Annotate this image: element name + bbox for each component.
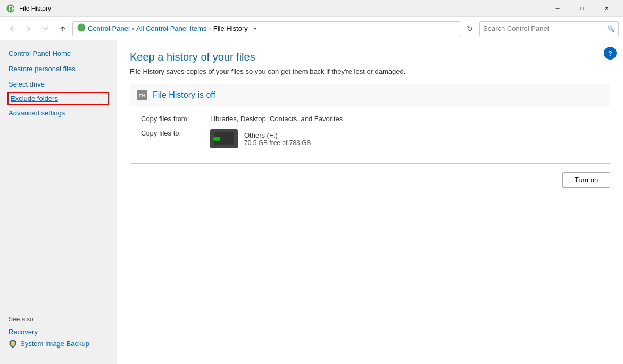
sidebar-item-control-panel-home[interactable]: Control Panel Home (9, 47, 108, 60)
turn-on-button[interactable]: Turn on (562, 172, 610, 188)
maximize-button[interactable]: □ (570, 0, 594, 17)
breadcrumb-icon (77, 23, 86, 33)
forward-button[interactable] (21, 21, 36, 36)
refresh-button[interactable]: ↻ (462, 21, 477, 36)
main-layout: Control Panel Home Restore personal file… (0, 40, 623, 364)
breadcrumb-sep1: › (132, 24, 134, 32)
recovery-label: Recovery (9, 328, 38, 336)
address-bar: Control Panel › All Control Panel Items … (0, 17, 623, 40)
sidebar-item-advanced-settings[interactable]: Advanced settings (9, 106, 108, 120)
breadcrumb-part2[interactable]: All Control Panel Items (136, 24, 206, 32)
copy-files-to-label: Copy files to: (141, 129, 210, 137)
sidebar-item-restore-personal-files[interactable]: Restore personal files (9, 62, 108, 75)
help-button[interactable]: ? (604, 47, 617, 60)
sidebar-item-exclude-folders[interactable]: Exclude folders (9, 93, 108, 104)
breadcrumb: Control Panel › All Control Panel Items … (72, 21, 460, 36)
copy-files-from-label: Copy files from: (141, 115, 210, 123)
drive-text: Others (F:) 70.5 GB free of 783 GB (244, 131, 311, 147)
close-button[interactable]: ✕ (594, 0, 619, 17)
breadcrumb-dropdown-button[interactable]: ▾ (250, 21, 261, 36)
search-input[interactable] (483, 24, 605, 32)
svg-point-2 (78, 24, 85, 31)
see-also-label: See also (9, 316, 108, 323)
title-bar-left: FH File History (6, 4, 51, 13)
breadcrumb-part1[interactable]: Control Panel (88, 24, 130, 32)
breadcrumb-part3: File History (213, 24, 248, 32)
copy-files-to-row: Copy files to: Others (F:) 70.5 GB free … (141, 129, 599, 148)
turn-on-area: Turn on (130, 172, 610, 188)
file-history-app-icon: FH (6, 4, 15, 13)
svg-text:FH: FH (139, 93, 145, 98)
sidebar-item-system-image-backup[interactable]: System Image Backup (9, 337, 108, 349)
content-area: ? Keep a history of your files File Hist… (117, 40, 623, 364)
up-button[interactable] (55, 21, 70, 36)
file-history-status-title: File History is off (153, 90, 215, 100)
copy-files-from-value: Libraries, Desktop, Contacts, and Favori… (210, 115, 343, 123)
svg-text:FH: FH (9, 6, 15, 12)
file-history-header: FH File History is off (130, 84, 610, 106)
file-history-box: FH File History is off Copy files from: … (130, 84, 610, 164)
sidebar: Control Panel Home Restore personal file… (0, 40, 117, 364)
breadcrumb-sep2: › (209, 24, 211, 32)
file-history-body: Copy files from: Libraries, Desktop, Con… (130, 106, 610, 163)
title-bar: FH File History ─ □ ✕ (0, 0, 623, 17)
shield-icon (9, 339, 17, 348)
search-icon: 🔍 (607, 25, 615, 32)
drive-icon (210, 129, 238, 148)
file-history-status-icon: FH (137, 90, 147, 100)
title-bar-controls: ─ □ ✕ (545, 0, 619, 17)
window-title: File History (19, 5, 51, 12)
sidebar-item-select-drive[interactable]: Select drive (9, 78, 108, 91)
svg-rect-5 (214, 132, 234, 145)
drive-info: Others (F:) 70.5 GB free of 783 GB (210, 129, 311, 148)
minimize-button[interactable]: ─ (545, 0, 570, 17)
recent-locations-button[interactable] (38, 21, 53, 36)
drive-name: Others (F:) (244, 131, 311, 139)
back-button[interactable] (4, 21, 19, 36)
copy-files-from-row: Copy files from: Libraries, Desktop, Con… (141, 115, 599, 123)
system-image-backup-label: System Image Backup (20, 340, 89, 348)
sidebar-bottom: See also Recovery System Image Backup (0, 316, 117, 358)
svg-point-6 (216, 137, 220, 141)
drive-space: 70.5 GB free of 783 GB (244, 139, 311, 147)
search-box: 🔍 (479, 21, 619, 36)
sidebar-top: Control Panel Home Restore personal file… (0, 47, 117, 120)
page-title: Keep a history of your files (130, 51, 610, 63)
page-description: File History saves copies of your files … (130, 67, 610, 75)
sidebar-item-recovery[interactable]: Recovery (9, 326, 108, 337)
